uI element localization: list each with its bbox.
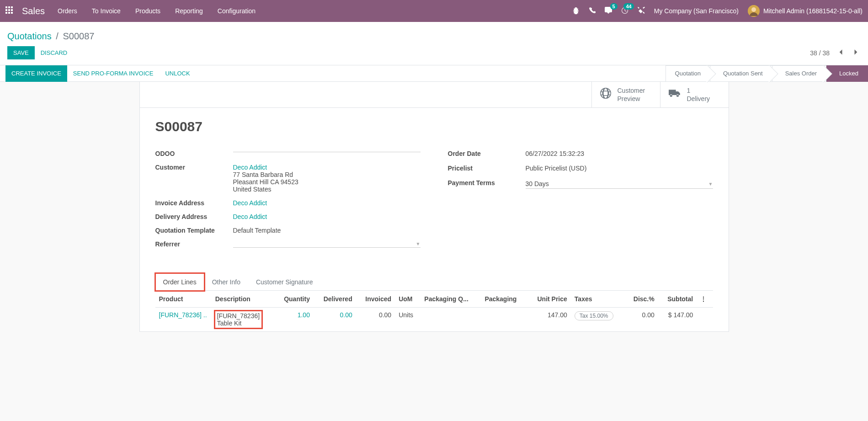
phone-icon[interactable] xyxy=(589,7,596,15)
tools-icon[interactable] xyxy=(638,7,645,16)
pager-prev-icon[interactable] xyxy=(836,47,845,59)
step-quotation[interactable]: Quotation xyxy=(666,65,710,82)
button-box: Customer Preview 1 Delivery xyxy=(140,82,729,108)
unlock-button[interactable]: Unlock xyxy=(159,65,196,82)
cell-subtotal: $ 147.00 xyxy=(658,308,697,332)
pager-text: 38 / 38 xyxy=(810,49,830,57)
quotation-template-label: Quotation Template xyxy=(155,225,233,234)
nav-to-invoice[interactable]: To Invoice xyxy=(92,7,121,15)
avatar xyxy=(748,5,760,17)
discard-button[interactable]: Discard xyxy=(35,46,74,59)
status-bar: Create Invoice Send Pro-Forma Invoice Un… xyxy=(0,65,868,82)
pricelist-value: Public Pricelist (USD) xyxy=(526,163,713,174)
nav-reporting[interactable]: Reporting xyxy=(175,7,203,15)
tab-other-info[interactable]: Other Info xyxy=(204,273,248,290)
referrer-field[interactable]: ▼ xyxy=(233,240,421,248)
user-name: Mitchell Admin (16881542-15-0-all) xyxy=(763,7,863,15)
activities-icon[interactable]: 44 xyxy=(621,7,628,16)
form-sheet: Customer Preview 1 Delivery S00087 xyxy=(139,82,729,332)
col-packaging-qty[interactable]: Packaging Q... xyxy=(421,291,481,308)
cell-delivered[interactable]: 0.00 xyxy=(314,308,356,332)
tabs: Order Lines Other Info Customer Signatur… xyxy=(155,273,713,291)
messages-icon[interactable]: 5 xyxy=(605,7,612,16)
col-unit-price[interactable]: Unit Price xyxy=(527,291,570,308)
col-uom[interactable]: UoM xyxy=(395,291,421,308)
cell-disc[interactable]: 0.00 xyxy=(625,308,658,332)
table-row[interactable]: [FURN_78236] .. [FURN_78236] Table Kit 1… xyxy=(155,308,713,332)
invoice-address-value[interactable]: Deco Addict xyxy=(233,199,267,207)
odoo-label: ODOO xyxy=(155,148,233,157)
tab-order-lines[interactable]: Order Lines xyxy=(155,273,204,291)
svg-point-1 xyxy=(751,7,756,12)
cell-unit-price[interactable]: 147.00 xyxy=(527,308,570,332)
globe-icon xyxy=(600,88,611,101)
col-taxes[interactable]: Taxes xyxy=(571,291,625,308)
user-menu[interactable]: Mitchell Admin (16881542-15-0-all) xyxy=(748,5,863,17)
control-panel: Quotations / S00087 Save Discard 38 / 38 xyxy=(0,22,868,65)
send-proforma-button[interactable]: Send Pro-Forma Invoice xyxy=(67,65,160,82)
breadcrumb-parent[interactable]: Quotations xyxy=(7,31,52,41)
tab-customer-signature[interactable]: Customer Signature xyxy=(248,273,321,290)
nav-orders[interactable]: Orders xyxy=(58,7,77,15)
save-button[interactable]: Save xyxy=(7,46,35,59)
col-quantity[interactable]: Quantity xyxy=(275,291,314,308)
apps-icon[interactable] xyxy=(5,6,15,16)
messages-badge: 5 xyxy=(610,3,618,10)
delivery-address-label: Delivery Address xyxy=(155,211,233,220)
debug-icon[interactable] xyxy=(572,7,580,16)
step-quotation-sent[interactable]: Quotation Sent xyxy=(710,65,772,82)
payment-terms-label: Payment Terms xyxy=(448,177,526,187)
col-subtotal[interactable]: Subtotal xyxy=(658,291,697,308)
col-disc[interactable]: Disc.% xyxy=(625,291,658,308)
create-invoice-button[interactable]: Create Invoice xyxy=(5,65,67,82)
customer-preview-button[interactable]: Customer Preview xyxy=(591,82,660,107)
col-packaging[interactable]: Packaging xyxy=(481,291,527,308)
order-lines-table: Product Description Quantity Delivered I… xyxy=(155,291,713,331)
customer-label: Customer xyxy=(155,162,233,171)
col-options-icon[interactable]: ⋮ xyxy=(697,291,713,308)
cell-packaging[interactable] xyxy=(481,308,527,332)
cell-taxes[interactable]: Tax 15.00% xyxy=(571,308,625,332)
payment-terms-field[interactable]: 30 Days▼ xyxy=(526,179,713,189)
status-steps: Quotation Quotation Sent Sales Order Loc… xyxy=(666,65,868,82)
activities-badge: 44 xyxy=(623,3,634,10)
cell-quantity[interactable]: 1.00 xyxy=(275,308,314,332)
invoice-address-label: Invoice Address xyxy=(155,197,233,207)
truck-icon xyxy=(669,89,681,101)
pricelist-label: Pricelist xyxy=(448,163,526,172)
step-locked[interactable]: Locked xyxy=(826,65,868,82)
record-name: S00087 xyxy=(155,119,713,134)
order-date-label: Order Date xyxy=(448,148,526,157)
delivery-stat-button[interactable]: 1 Delivery xyxy=(660,82,729,107)
cell-product[interactable]: [FURN_78236] .. xyxy=(155,308,212,332)
delivery-address-value[interactable]: Deco Addict xyxy=(233,213,267,220)
main-navbar: Sales Orders To Invoice Products Reporti… xyxy=(0,0,868,22)
odoo-field[interactable] xyxy=(233,150,421,152)
customer-value[interactable]: Deco Addict 77 Santa Barbara Rd Pleasant… xyxy=(233,162,421,195)
breadcrumb: Quotations / S00087 xyxy=(7,27,861,46)
breadcrumb-current: S00087 xyxy=(63,31,94,41)
table-header-row: Product Description Quantity Delivered I… xyxy=(155,291,713,308)
step-sales-order[interactable]: Sales Order xyxy=(772,65,826,82)
cell-uom[interactable]: Units xyxy=(395,308,421,332)
nav-menu: Orders To Invoice Products Reporting Con… xyxy=(58,7,256,15)
col-product[interactable]: Product xyxy=(155,291,212,308)
nav-products[interactable]: Products xyxy=(135,7,160,15)
order-date-value: 06/27/2022 15:32:23 xyxy=(526,148,713,159)
quotation-template-value: Default Template xyxy=(233,225,421,236)
nav-configuration[interactable]: Configuration xyxy=(218,7,256,15)
col-description[interactable]: Description xyxy=(212,291,275,308)
company-name[interactable]: My Company (San Francisco) xyxy=(654,7,739,15)
referrer-label: Referrer xyxy=(155,239,233,248)
pager-next-icon[interactable] xyxy=(852,47,861,59)
col-delivered[interactable]: Delivered xyxy=(314,291,356,308)
app-brand[interactable]: Sales xyxy=(22,6,45,16)
cell-packaging-qty[interactable] xyxy=(421,308,481,332)
cell-description[interactable]: [FURN_78236] Table Kit xyxy=(212,308,275,332)
cell-invoiced: 0.00 xyxy=(356,308,395,332)
col-invoiced[interactable]: Invoiced xyxy=(356,291,395,308)
